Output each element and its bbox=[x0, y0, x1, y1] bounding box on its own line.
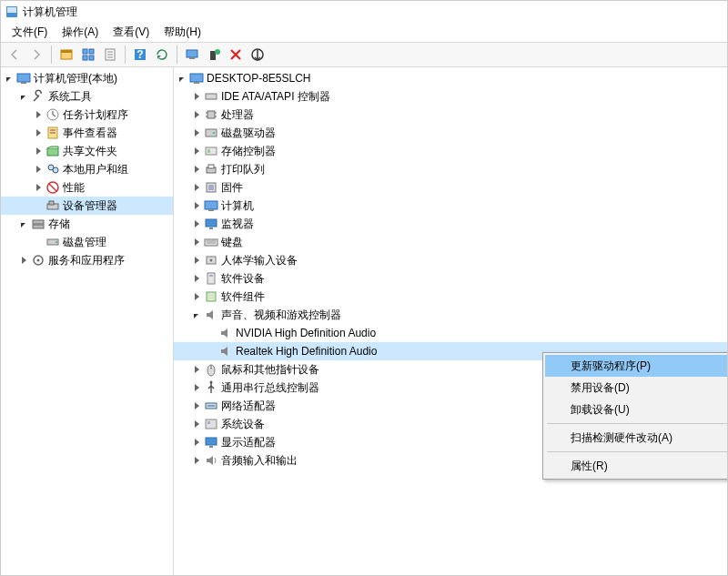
expand-icon[interactable] bbox=[190, 126, 203, 139]
expand-icon[interactable] bbox=[3, 72, 15, 85]
expand-icon[interactable] bbox=[190, 199, 203, 212]
device-category[interactable]: 处理器 bbox=[174, 106, 727, 124]
expand-icon[interactable] bbox=[17, 217, 30, 230]
device-category[interactable]: 固件 bbox=[174, 178, 727, 197]
tree-label: 存储 bbox=[48, 217, 76, 232]
storagectrl-icon bbox=[204, 144, 218, 158]
context-menu-item[interactable]: 卸载设备(U) bbox=[545, 399, 727, 420]
svg-rect-70 bbox=[206, 438, 217, 445]
menu-view-label: 查看(V) bbox=[113, 25, 149, 38]
help-button[interactable]: ? bbox=[130, 45, 150, 65]
toolbar-separator bbox=[51, 45, 52, 64]
expand-icon[interactable] bbox=[190, 436, 203, 449]
tree-root[interactable]: 计算机管理(本地) bbox=[1, 69, 173, 87]
device-category[interactable]: 计算机 bbox=[174, 197, 727, 215]
expand-icon[interactable] bbox=[190, 363, 203, 376]
device-category-label: 处理器 bbox=[221, 107, 259, 123]
expand-icon[interactable] bbox=[17, 90, 30, 103]
expand-icon[interactable] bbox=[190, 181, 203, 194]
expand-icon[interactable] bbox=[190, 272, 203, 285]
expand-icon[interactable] bbox=[32, 181, 45, 194]
svg-rect-68 bbox=[206, 419, 217, 429]
expand-icon[interactable] bbox=[190, 381, 203, 394]
svg-point-32 bbox=[56, 241, 57, 243]
device-item[interactable]: NVIDIA High Definition Audio bbox=[174, 324, 727, 342]
device-category[interactable]: IDE ATA/ATAPI 控制器 bbox=[174, 87, 727, 106]
tree-item[interactable]: 本地用户和组 bbox=[1, 160, 173, 178]
expand-icon[interactable] bbox=[190, 90, 203, 103]
tree-item-label: 设备管理器 bbox=[63, 198, 123, 214]
forward-button[interactable] bbox=[26, 45, 46, 65]
update-driver-button[interactable] bbox=[204, 45, 224, 65]
properties-button[interactable] bbox=[100, 45, 120, 65]
tree-system-tools[interactable]: 系统工具 bbox=[1, 87, 173, 106]
expand-icon[interactable] bbox=[190, 254, 203, 267]
cpu-icon bbox=[204, 107, 218, 122]
device-category-label: 存储控制器 bbox=[221, 144, 281, 159]
menu-file[interactable]: 文件(F) bbox=[5, 23, 55, 42]
context-menu-item[interactable]: 属性(R) bbox=[545, 455, 727, 477]
device-category[interactable]: 声音、视频和游戏控制器 bbox=[174, 306, 727, 324]
expand-icon[interactable] bbox=[32, 145, 45, 157]
tree-item[interactable]: 任务计划程序 bbox=[1, 106, 173, 124]
svg-point-15 bbox=[215, 49, 220, 55]
device-category[interactable]: 软件设备 bbox=[174, 269, 727, 288]
tree-storage[interactable]: 存储 bbox=[1, 215, 173, 233]
device-root[interactable]: DESKTOP-8E5SLCH bbox=[174, 69, 727, 87]
expand-icon[interactable] bbox=[190, 163, 203, 176]
device-category[interactable]: 存储控制器 bbox=[174, 142, 727, 160]
expand-icon[interactable] bbox=[190, 108, 203, 121]
monitor-icon bbox=[204, 217, 218, 231]
menu-help[interactable]: 帮助(H) bbox=[157, 23, 208, 42]
svg-rect-1 bbox=[61, 50, 72, 53]
expand-icon[interactable] bbox=[190, 290, 203, 303]
menu-action[interactable]: 操作(A) bbox=[55, 23, 106, 42]
context-menu[interactable]: 更新驱动程序(P)禁用设备(D)卸载设备(U)扫描检测硬件改动(A)属性(R) bbox=[542, 352, 727, 480]
expand-icon[interactable] bbox=[190, 217, 203, 230]
tree-item[interactable]: 共享文件夹 bbox=[1, 142, 173, 160]
tree-item[interactable]: 事件查看器 bbox=[1, 124, 173, 142]
expand-icon[interactable] bbox=[190, 308, 203, 321]
expand-icon[interactable] bbox=[190, 454, 203, 467]
svg-rect-53 bbox=[206, 219, 217, 227]
context-menu-separator bbox=[547, 451, 727, 452]
expand-icon[interactable] bbox=[190, 145, 203, 157]
nav-tree-pane[interactable]: 计算机管理(本地) 系统工具 任务计划程序事件查看器共享文件夹本地用户和组性能设… bbox=[1, 67, 174, 576]
show-hide-button[interactable] bbox=[56, 45, 76, 65]
expand-icon[interactable] bbox=[190, 418, 203, 430]
device-category[interactable]: 监视器 bbox=[174, 215, 727, 233]
disk-icon bbox=[204, 126, 218, 140]
device-tree-pane[interactable]: DESKTOP-8E5SLCH IDE ATA/ATAPI 控制器处理器磁盘驱动… bbox=[174, 67, 727, 576]
expand-icon[interactable] bbox=[32, 126, 45, 139]
expand-icon[interactable] bbox=[32, 108, 45, 121]
view-button[interactable] bbox=[78, 45, 98, 65]
tree-item[interactable]: 设备管理器 bbox=[1, 197, 173, 215]
context-menu-item[interactable]: 更新驱动程序(P) bbox=[545, 355, 727, 377]
swdev-icon bbox=[204, 271, 218, 286]
disable-button[interactable] bbox=[248, 45, 268, 65]
device-category[interactable]: 人体学输入设备 bbox=[174, 251, 727, 269]
menu-view[interactable]: 查看(V) bbox=[106, 23, 157, 42]
speaker-icon bbox=[218, 344, 233, 359]
scan-hardware-button[interactable] bbox=[182, 45, 202, 65]
device-category[interactable]: 键盘 bbox=[174, 233, 727, 251]
back-button[interactable] bbox=[5, 45, 25, 65]
context-menu-item[interactable]: 扫描检测硬件改动(A) bbox=[545, 427, 727, 449]
uninstall-button[interactable] bbox=[226, 45, 246, 65]
device-category[interactable]: 软件组件 bbox=[174, 288, 727, 306]
expand-icon[interactable] bbox=[17, 254, 30, 267]
refresh-button[interactable] bbox=[152, 45, 172, 65]
expand-icon[interactable] bbox=[190, 236, 203, 248]
services-icon bbox=[31, 253, 46, 268]
toolbar-separator bbox=[125, 45, 126, 64]
tree-disk-management[interactable]: 磁盘管理 bbox=[1, 233, 173, 251]
tree-item[interactable]: 性能 bbox=[1, 178, 173, 197]
expand-icon[interactable] bbox=[32, 163, 45, 176]
device-category[interactable]: 磁盘驱动器 bbox=[174, 124, 727, 142]
tree-services-apps[interactable]: 服务和应用程序 bbox=[1, 251, 173, 269]
expand-icon[interactable] bbox=[176, 72, 188, 85]
expand-icon[interactable] bbox=[190, 399, 203, 412]
audioio-icon bbox=[204, 453, 218, 468]
context-menu-item[interactable]: 禁用设备(D) bbox=[545, 377, 727, 399]
device-category[interactable]: 打印队列 bbox=[174, 160, 727, 178]
